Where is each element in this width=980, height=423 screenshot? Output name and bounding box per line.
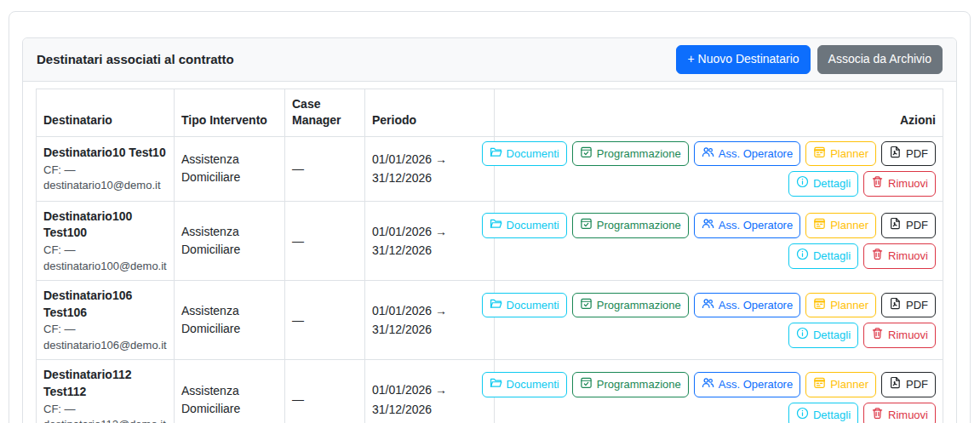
people-icon	[702, 376, 714, 393]
recipient-cf: CF: —	[43, 163, 167, 178]
ass-operatore-button[interactable]: Ass. Operatore	[694, 141, 800, 167]
dettagli-button[interactable]: Dettagli	[788, 323, 858, 348]
table-row: Destinatario10 Test10 CF: — destinatario…	[37, 136, 943, 201]
people-icon	[702, 297, 714, 314]
folder-open-icon	[490, 376, 502, 393]
new-recipient-button[interactable]: + Nuovo Destinatario	[676, 45, 810, 74]
col-header-destinatario: Destinatario	[37, 89, 175, 136]
tipo-intervento-cell: Assistenza Domiciliare	[175, 281, 285, 360]
info-circle-icon	[796, 248, 809, 265]
recipient-email: destinatario112@demo.it	[43, 417, 167, 423]
pdf-button[interactable]: PDF	[881, 213, 936, 238]
folder-open-icon	[490, 297, 502, 314]
tipo-intervento-cell: Assistenza Domiciliare	[175, 201, 285, 280]
dettagli-button[interactable]: Dettagli	[788, 403, 858, 423]
recipient-email: destinatario100@demo.it	[43, 259, 167, 274]
tipo-intervento-cell: Assistenza Domiciliare	[175, 136, 285, 201]
card-title: Destinatari associati al contratto	[37, 52, 234, 66]
documenti-button[interactable]: Documenti	[482, 141, 567, 167]
calendar-check-icon	[580, 376, 593, 393]
recipient-name: Destinatario100 Test100	[43, 209, 167, 242]
documenti-button[interactable]: Documenti	[482, 293, 567, 318]
planner-button[interactable]: Planner	[805, 372, 876, 397]
file-pdf-icon	[889, 146, 902, 163]
rimuovi-button[interactable]: Rimuovi	[863, 403, 936, 423]
recipients-card: Destinatari associati al contratto + Nuo…	[22, 37, 957, 423]
rimuovi-button[interactable]: Rimuovi	[863, 171, 936, 197]
programmazione-button[interactable]: Programmazione	[572, 293, 689, 318]
planner-button[interactable]: Planner	[805, 293, 876, 318]
case-manager-cell: —	[285, 201, 365, 280]
calendar-check-icon	[580, 146, 593, 163]
azioni-cell: Documenti Programmazione Ass. Operatore …	[495, 136, 943, 201]
calendar-check-icon	[580, 297, 593, 314]
case-manager-cell: —	[285, 360, 365, 423]
trash-icon	[871, 407, 884, 423]
azioni-cell: Documenti Programmazione Ass. Operatore …	[495, 201, 943, 280]
documenti-button[interactable]: Documenti	[482, 372, 567, 397]
calendar-planner-icon	[813, 297, 826, 314]
planner-button[interactable]: Planner	[805, 141, 876, 167]
periodo-cell: 01/01/2026 → 31/12/2026	[365, 281, 495, 360]
file-pdf-icon	[889, 376, 902, 393]
programmazione-button[interactable]: Programmazione	[572, 213, 689, 238]
table-row: Destinatario112 Test112 CF: — destinatar…	[37, 360, 943, 423]
ass-operatore-button[interactable]: Ass. Operatore	[694, 293, 800, 318]
recipient-cf: CF: —	[43, 243, 167, 258]
people-icon	[702, 146, 714, 163]
recipient-email: destinatario10@demo.it	[43, 178, 167, 193]
col-header-azioni: Azioni	[495, 89, 943, 136]
table-row: Destinatario106 Test106 CF: — destinatar…	[37, 281, 943, 360]
table-header-row: Destinatario Tipo Intervento Case Manage…	[37, 89, 943, 136]
destinatario-cell: Destinatario112 Test112 CF: — destinatar…	[37, 360, 175, 423]
dettagli-button[interactable]: Dettagli	[788, 171, 858, 197]
recipient-cf: CF: —	[43, 402, 167, 417]
periodo-cell: 01/01/2026 → 31/12/2026	[365, 136, 495, 201]
info-circle-icon	[796, 407, 809, 423]
dettagli-button[interactable]: Dettagli	[788, 243, 858, 269]
case-manager-cell: —	[285, 136, 365, 201]
info-circle-icon	[796, 327, 809, 344]
azioni-cell: Documenti Programmazione Ass. Operatore …	[495, 360, 943, 423]
info-circle-icon	[796, 175, 809, 192]
rimuovi-button[interactable]: Rimuovi	[863, 323, 936, 348]
card-body: Destinatario Tipo Intervento Case Manage…	[23, 82, 956, 423]
trash-icon	[871, 248, 884, 265]
folder-open-icon	[490, 217, 502, 234]
calendar-planner-icon	[813, 376, 826, 393]
pdf-button[interactable]: PDF	[881, 372, 936, 397]
trash-icon	[871, 175, 884, 192]
col-header-case-manager: Case Manager	[285, 89, 365, 136]
destinatario-cell: Destinatario10 Test10 CF: — destinatario…	[37, 136, 175, 201]
recipient-name: Destinatario106 Test106	[43, 288, 167, 321]
ass-operatore-button[interactable]: Ass. Operatore	[694, 372, 800, 397]
header-actions: + Nuovo Destinatario Associa da Archivio	[676, 45, 943, 74]
trash-icon	[871, 327, 884, 344]
folder-open-icon	[490, 146, 502, 163]
programmazione-button[interactable]: Programmazione	[572, 372, 689, 397]
file-pdf-icon	[889, 217, 902, 234]
case-manager-cell: —	[285, 281, 365, 360]
calendar-planner-icon	[813, 146, 826, 163]
recipient-name: Destinatario112 Test112	[43, 367, 167, 400]
recipients-table: Destinatario Tipo Intervento Case Manage…	[36, 89, 943, 423]
planner-button[interactable]: Planner	[805, 213, 876, 238]
periodo-cell: 01/01/2026 → 31/12/2026	[365, 360, 495, 423]
destinatario-cell: Destinatario100 Test100 CF: — destinatar…	[37, 201, 175, 280]
associate-archive-button[interactable]: Associa da Archivio	[817, 45, 943, 74]
programmazione-button[interactable]: Programmazione	[572, 141, 689, 167]
recipient-name: Destinatario10 Test10	[43, 145, 167, 162]
people-icon	[702, 217, 714, 234]
pdf-button[interactable]: PDF	[881, 141, 936, 167]
recipient-email: destinatario106@demo.it	[43, 338, 167, 353]
azioni-cell: Documenti Programmazione Ass. Operatore …	[495, 281, 943, 360]
documenti-button[interactable]: Documenti	[482, 213, 567, 238]
ass-operatore-button[interactable]: Ass. Operatore	[694, 213, 800, 238]
calendar-planner-icon	[813, 217, 826, 234]
rimuovi-button[interactable]: Rimuovi	[863, 243, 936, 269]
col-header-tipo-intervento: Tipo Intervento	[175, 89, 285, 136]
destinatario-cell: Destinatario106 Test106 CF: — destinatar…	[37, 281, 175, 360]
pdf-button[interactable]: PDF	[881, 293, 936, 318]
recipient-cf: CF: —	[43, 322, 167, 337]
content-panel: Destinatari associati al contratto + Nuo…	[9, 11, 971, 423]
